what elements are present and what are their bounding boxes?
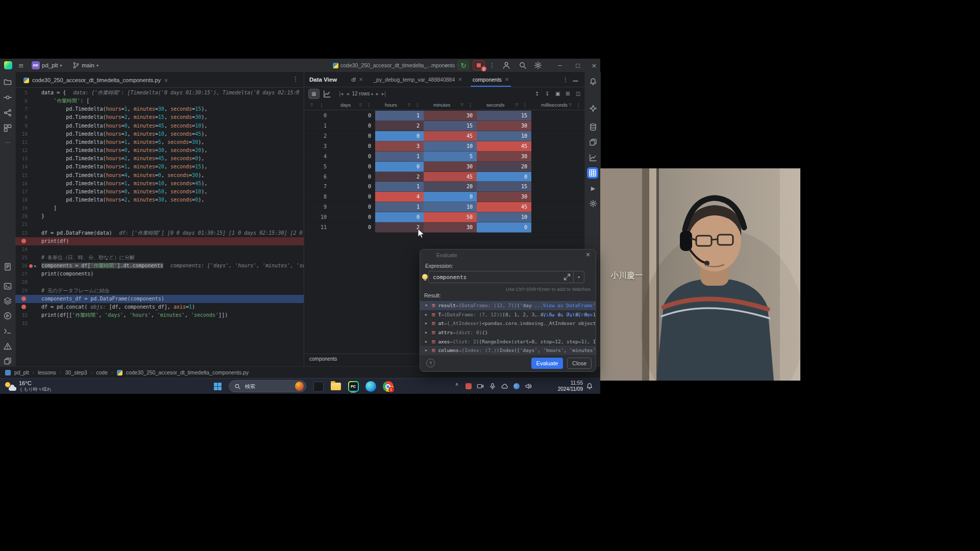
table-cell[interactable]: 2 (375, 172, 424, 182)
editor-line[interactable]: print(df) (15, 237, 304, 245)
table-header-cell[interactable]: ▽⋮ (304, 100, 331, 110)
python-console-icon[interactable] (4, 282, 12, 290)
breadcrumb-item[interactable]: 30_step3 (65, 369, 87, 375)
table-cell[interactable] (531, 152, 585, 162)
filter-icon[interactable]: ▽ (569, 103, 572, 107)
editor-line[interactable]: 25# 各単位（日、時、分、秒など）に分解 (15, 254, 304, 262)
table-cell[interactable]: 3 (375, 141, 424, 152)
ai-assistant-icon[interactable] (589, 105, 597, 113)
table-view-button[interactable]: ▦ (308, 89, 320, 99)
tray-mic-icon[interactable] (489, 383, 496, 390)
table-cell[interactable] (531, 212, 585, 222)
editor-line[interactable]: 10 pd.Timedelta(hours=3, minutes=10, sec… (15, 130, 304, 138)
editor-gutter[interactable]: 28 (15, 278, 41, 286)
editor-line[interactable]: 20} (15, 212, 304, 220)
filter-icon[interactable]: ▽ (359, 103, 362, 107)
tray-camera-icon[interactable] (477, 383, 484, 390)
chrome-button[interactable]: 1 (381, 380, 395, 393)
next-page-icon[interactable]: ▸ (376, 91, 379, 96)
table-cell[interactable]: 30 (424, 111, 477, 121)
column-menu-icon[interactable]: ⋮ (366, 103, 371, 108)
edge-button[interactable] (363, 380, 378, 393)
table-cell[interactable]: 50 (424, 212, 477, 222)
editor-code-area[interactable]: 5data = {data: {'作業時間': [Timedelta('0 da… (15, 87, 304, 366)
notifications-bell-icon[interactable] (589, 78, 597, 86)
editor-gutter[interactable]: 33 (15, 319, 41, 328)
table-cell[interactable] (531, 111, 585, 121)
editor-tab[interactable]: code30_250_accesor_dt_timedelta_componen… (19, 74, 172, 86)
editor-line[interactable]: 16 pd.Timedelta(hours=1, minutes=10, sec… (15, 180, 304, 188)
settings-gear-icon[interactable] (534, 59, 542, 72)
row-index-cell[interactable]: 10 (304, 212, 331, 222)
code-with-me-icon[interactable] (502, 59, 510, 72)
more-actions-button[interactable]: ⋮ (489, 59, 495, 72)
editor-line[interactable]: 11 pd.Timedelta(hours=1, minutes=5, seco… (15, 138, 304, 146)
table-cell[interactable]: 0 (375, 131, 424, 141)
table-cell[interactable]: 45 (424, 172, 477, 182)
tab-options-icon[interactable]: ⋮ (292, 76, 299, 83)
structure-tool-icon[interactable] (4, 124, 12, 132)
table-cell[interactable]: 30 (477, 192, 531, 202)
editor-line[interactable]: 5data = {data: {'作業時間': [Timedelta('0 da… (15, 89, 304, 97)
editor-gutter[interactable]: 18 (15, 196, 41, 204)
table-cell[interactable]: 45 (477, 141, 531, 152)
editor-line[interactable]: 29# 元のデータフレームに結合 (15, 287, 304, 295)
view-as-dataframe-link[interactable]: ...View as DataFrame (532, 312, 593, 317)
tree-row[interactable]: ▾≣result = {DataFrame: (12, 7)} ['days',… (420, 301, 596, 310)
taskbar-search[interactable] (229, 380, 306, 392)
run-tool-icon[interactable] (4, 312, 12, 320)
table-cell[interactable]: 1 (375, 152, 424, 162)
column-settings-icon[interactable]: ⊞ (566, 91, 570, 96)
table-cell[interactable] (531, 182, 585, 192)
row-index-cell[interactable]: 2 (304, 131, 331, 141)
rows-count-dropdown[interactable]: 12 rows ▾ (352, 91, 373, 96)
editor-line[interactable]: 14 pd.Timedelta(hours=1, minutes=20, sec… (15, 163, 304, 171)
tree-chevron-icon[interactable]: ▸ (425, 330, 431, 335)
tree-row[interactable]: ▸≣at = {_AtIndexer} <pandas.core.indexin… (420, 319, 596, 328)
tree-chevron-icon[interactable]: ▸ (425, 321, 431, 325)
editor-line[interactable]: 9 pd.Timedelta(hours=0, minutes=45, seco… (15, 122, 304, 130)
editor-line[interactable]: 28 (15, 278, 304, 286)
table-cell[interactable]: 1 (375, 111, 424, 121)
row-index-cell[interactable]: 7 (304, 182, 331, 192)
editor-gutter[interactable]: 13 (15, 155, 41, 163)
table-cell[interactable]: 0 (477, 172, 531, 182)
close-tab-icon[interactable]: × (458, 77, 462, 82)
editor-line[interactable]: 8 pd.Timedelta(hours=2, minutes=15, seco… (15, 113, 304, 121)
editor-line[interactable]: 21 (15, 220, 304, 229)
search-highlight-image[interactable] (295, 382, 304, 391)
tray-expand-icon[interactable]: ∧ (453, 382, 460, 389)
table-header-cell[interactable]: seconds▽⋮ (477, 100, 531, 110)
table-cell[interactable]: 10 (424, 141, 477, 152)
table-cell[interactable]: 0 (424, 192, 477, 202)
dataview-tab[interactable]: df× (346, 72, 368, 87)
minimize-button[interactable]: − (552, 59, 568, 72)
editor-gutter[interactable]: 24 (15, 245, 41, 254)
breadcrumb-item[interactable]: lessons (38, 369, 56, 375)
table-cell[interactable]: 4 (375, 192, 424, 202)
table-cell[interactable]: 0 (375, 162, 424, 172)
table-header-cell[interactable]: milliseconds▽⋮ (531, 100, 585, 110)
editor-line[interactable]: 18 pd.Timedelta(hours=2, minutes=30, sec… (15, 196, 304, 204)
documentation-tool-icon[interactable] (589, 138, 597, 146)
table-header-cell[interactable]: days▽⋮ (331, 100, 375, 110)
project-tool-icon[interactable] (4, 78, 12, 86)
project-selector[interactable]: PP pd_plt ▾ (32, 59, 62, 72)
table-cell[interactable]: 45 (477, 202, 531, 212)
breadcrumb-item[interactable]: code (96, 369, 108, 375)
column-menu-icon[interactable]: ⋮ (523, 103, 527, 108)
editor-gutter[interactable]: 7 (15, 105, 41, 113)
editor-gutter[interactable]: 22 (15, 229, 41, 237)
data-view-tool-icon[interactable] (587, 167, 598, 179)
maximize-button[interactable]: □ (570, 59, 585, 72)
editor-gutter[interactable]: 14 (15, 163, 41, 171)
view-as-dataframe-link[interactable]: ...View as DataFrame (532, 303, 593, 308)
notification-bell-icon[interactable] (586, 383, 593, 390)
split-view-icon[interactable]: ◫ (576, 91, 580, 96)
table-cell[interactable]: 15 (477, 111, 531, 121)
table-cell[interactable]: 30 (424, 222, 477, 233)
editor-gutter[interactable]: 16 (15, 180, 41, 188)
table-cell[interactable]: 10 (424, 202, 477, 212)
table-cell[interactable]: 2 (375, 121, 424, 131)
table-cell[interactable]: 2 (375, 222, 424, 233)
